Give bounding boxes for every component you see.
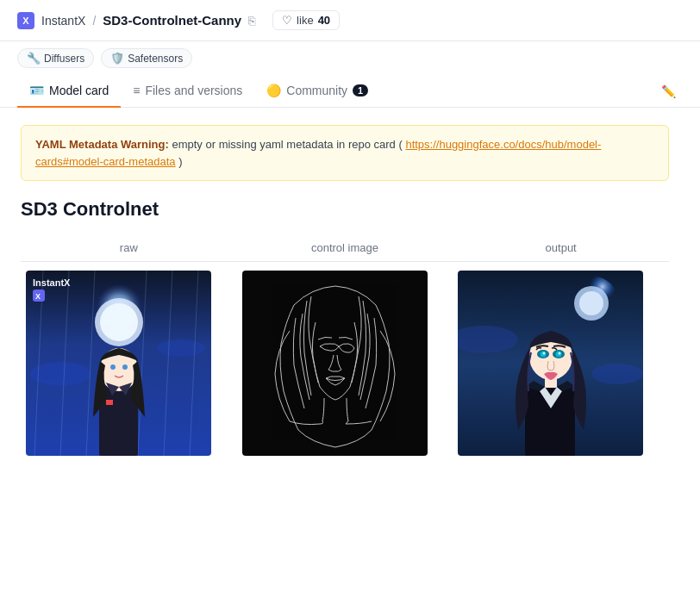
svg-point-34 bbox=[543, 352, 546, 355]
svg-point-4 bbox=[30, 362, 91, 386]
main-content: YAML Metadata Warning: empty or missing … bbox=[0, 108, 690, 482]
output-image-svg bbox=[458, 271, 643, 456]
raw-image: InstantX X bbox=[26, 271, 211, 456]
col-header-raw: raw bbox=[21, 241, 237, 262]
tab-community[interactable]: 🟡 Community 1 bbox=[254, 75, 380, 108]
raw-image-svg: InstantX X bbox=[26, 271, 211, 456]
page-header: X InstantX / SD3-Controlnet-Canny ⎘ ♡ li… bbox=[0, 0, 700, 41]
control-image-svg bbox=[242, 271, 428, 456]
image-comparison-table: raw control image output bbox=[21, 241, 669, 464]
model-title: SD3 Controlnet bbox=[21, 198, 669, 221]
svg-point-3 bbox=[100, 303, 138, 341]
col-header-output: output bbox=[453, 241, 669, 262]
tag-diffusers[interactable]: 🔧 Diffusers bbox=[17, 48, 94, 68]
model-card-tab-icon: 🪪 bbox=[29, 84, 44, 97]
heart-icon: ♡ bbox=[282, 14, 292, 27]
warning-suffix: ) bbox=[178, 155, 182, 168]
files-versions-tab-label: Files and versions bbox=[145, 84, 242, 97]
tags-row: 🔧 Diffusers 🛡️ Safetensors bbox=[0, 41, 700, 75]
control-image bbox=[242, 271, 428, 456]
community-tab-icon: 🟡 bbox=[266, 84, 281, 97]
like-button[interactable]: ♡ like 40 bbox=[272, 10, 340, 30]
copy-icon[interactable]: ⎘ bbox=[248, 14, 255, 28]
output-image bbox=[458, 271, 643, 456]
cell-control bbox=[237, 262, 453, 465]
diffusers-icon: 🔧 bbox=[27, 52, 41, 65]
svg-point-14 bbox=[110, 364, 116, 370]
col-header-control: control image bbox=[237, 241, 453, 262]
cell-output bbox=[453, 262, 669, 465]
breadcrumb-separator: / bbox=[92, 14, 96, 28]
table-row: InstantX X bbox=[21, 262, 669, 465]
safetensors-icon: 🛡️ bbox=[110, 52, 124, 65]
table-header-row: raw control image output bbox=[21, 241, 669, 262]
svg-rect-20 bbox=[242, 271, 428, 456]
tag-safetensors[interactable]: 🛡️ Safetensors bbox=[101, 48, 192, 68]
svg-point-5 bbox=[157, 339, 205, 357]
svg-point-24 bbox=[579, 291, 603, 315]
tag-safetensors-label: Safetensors bbox=[128, 53, 183, 65]
svg-text:X: X bbox=[35, 292, 41, 301]
warning-message: empty or missing yaml metadata in repo c… bbox=[172, 138, 402, 151]
model-card-tab-label: Model card bbox=[49, 84, 109, 97]
svg-point-35 bbox=[559, 352, 561, 355]
community-badge: 1 bbox=[353, 84, 368, 97]
svg-point-15 bbox=[122, 364, 128, 370]
edit-icon[interactable]: ✏️ bbox=[654, 78, 683, 105]
files-versions-tab-icon: ≡ bbox=[133, 84, 140, 97]
repo-name[interactable]: SD3-Controlnet-Canny bbox=[103, 13, 241, 28]
warning-prefix: YAML Metadata Warning: bbox=[35, 138, 169, 151]
yaml-warning-banner: YAML Metadata Warning: empty or missing … bbox=[21, 125, 669, 181]
tabs-row: 🪪 Model card ≡ Files and versions 🟡 Comm… bbox=[0, 75, 700, 108]
org-icon: X bbox=[17, 12, 34, 29]
like-count: 40 bbox=[318, 14, 330, 27]
cell-raw: InstantX X bbox=[21, 262, 237, 465]
tab-model-card[interactable]: 🪪 Model card bbox=[17, 75, 121, 108]
tab-files-versions[interactable]: ≡ Files and versions bbox=[121, 75, 254, 108]
svg-text:InstantX: InstantX bbox=[33, 277, 71, 288]
like-label: like bbox=[297, 14, 314, 27]
community-tab-label: Community bbox=[286, 84, 347, 97]
tag-diffusers-label: Diffusers bbox=[44, 53, 84, 65]
org-name[interactable]: InstantX bbox=[41, 14, 85, 28]
svg-rect-16 bbox=[106, 400, 113, 405]
svg-point-26 bbox=[591, 364, 643, 384]
